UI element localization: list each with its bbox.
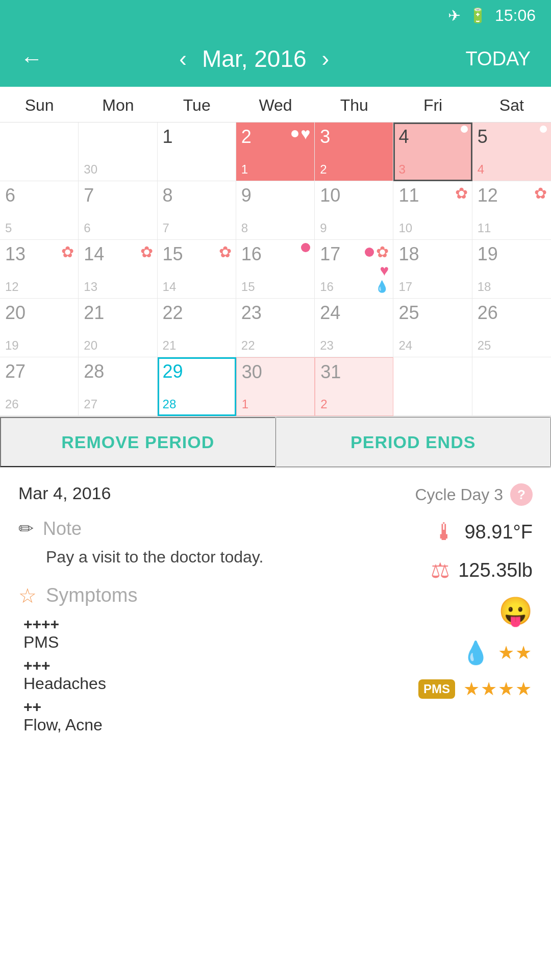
header-sat: Sat — [472, 87, 551, 122]
cal-cell-mar15[interactable]: ✿ 15 14 — [158, 240, 236, 299]
drop-rating-row: 💧 ★★ — [339, 640, 533, 666]
note-text: Pay a visit to the doctor today. — [46, 546, 323, 569]
weight-value: 125.35lb — [458, 559, 533, 581]
cal-cell-mar4[interactable]: 4 3 — [393, 122, 472, 181]
symptoms-star-icon: ☆ — [18, 584, 37, 607]
cal-cell-mar23[interactable]: 23 22 — [236, 299, 315, 357]
action-bar: REMOVE PERIOD PERIOD ENDS — [0, 417, 551, 468]
drop-stars: ★★ — [498, 642, 533, 664]
cal-cell-empty-2[interactable]: 30 — [79, 122, 157, 181]
cal-cell-empty-1[interactable] — [0, 122, 79, 181]
header-wed: Wed — [236, 87, 315, 122]
detail-header: Mar 4, 2016 Cycle Day 3 ? — [18, 483, 533, 506]
scale-icon: ⚖ — [431, 558, 450, 583]
header-mon: Mon — [79, 87, 157, 122]
detail-right-panel: 🌡 98.91°F ⚖ 125.35lb 😛 💧 ★★ PMS ★★★★ — [339, 518, 533, 740]
headaches-label: Headaches — [23, 674, 323, 693]
cal-cell-mar20[interactable]: 20 19 — [0, 299, 79, 357]
symptoms-label: Symptoms — [46, 584, 137, 606]
cal-cell-mar27[interactable]: 27 26 — [0, 357, 79, 416]
symptom-headaches: +++ Headaches — [23, 657, 323, 693]
cal-cell-mar10[interactable]: 10 9 — [315, 181, 393, 240]
cal-cell-mar26[interactable]: 26 25 — [472, 299, 551, 357]
detail-content: ✏ Note Pay a visit to the doctor today. … — [18, 518, 533, 740]
cal-cell-mar31[interactable]: 31 2 — [315, 357, 393, 416]
header-thu: Thu — [315, 87, 393, 122]
month-nav: ‹ Mar, 2016 › — [179, 45, 329, 72]
cal-cell-empty-6 — [393, 357, 472, 416]
flower-icon: ✿ — [140, 243, 153, 261]
status-time: 15:06 — [495, 6, 536, 25]
cycle-info: Cycle Day 3 ? — [415, 483, 533, 506]
cal-cell-mar13[interactable]: ✿ 13 12 — [0, 240, 79, 299]
dot-icon — [540, 126, 547, 133]
drop-icon: 💧 — [375, 280, 389, 293]
cal-cell-mar18[interactable]: 18 17 — [393, 240, 472, 299]
cal-cell-mar14[interactable]: ✿ 14 13 — [79, 240, 157, 299]
temperature-value: 98.91°F — [464, 521, 533, 543]
cal-cell-mar5[interactable]: 5 4 — [472, 122, 551, 181]
cal-cell-mar1[interactable]: 1 — [158, 122, 236, 181]
symptom-pms: ++++ PMS — [23, 616, 323, 652]
cal-cell-mar24[interactable]: 24 23 — [315, 299, 393, 357]
next-month-button[interactable]: › — [322, 46, 330, 71]
cal-cell-mar2[interactable]: ♥ 2 1 — [236, 122, 315, 181]
detail-section: Mar 4, 2016 Cycle Day 3 ? ✏ Note Pay a v… — [0, 468, 551, 755]
drop-info-icon: 💧 — [462, 640, 490, 666]
cal-cell-mar28[interactable]: 28 27 — [79, 357, 157, 416]
cycle-help-button[interactable]: ? — [510, 483, 533, 506]
cal-cell-mar17[interactable]: ✿ ♥ 💧 17 16 — [315, 240, 393, 299]
heart-icon: ♥ — [300, 126, 310, 142]
dot-icon — [291, 130, 298, 137]
back-button[interactable]: ← — [20, 46, 43, 71]
header-tue: Tue — [158, 87, 236, 122]
pencil-icon: ✏ — [18, 518, 34, 540]
emoji-row: 😛 — [339, 595, 533, 627]
dot-pink-icon — [301, 243, 310, 252]
flower-icon: ✿ — [534, 184, 547, 202]
battery-icon: 🔋 — [469, 7, 487, 24]
heart-pink-icon: ♥ — [380, 262, 389, 279]
cal-cell-mar30[interactable]: 30 1 — [236, 357, 315, 416]
cal-cell-mar25[interactable]: 25 24 — [393, 299, 472, 357]
status-bar: ✈ 🔋 15:06 — [0, 0, 551, 31]
flower-icon: ✿ — [219, 243, 232, 261]
prev-month-button[interactable]: ‹ — [179, 46, 187, 71]
calendar-grid: 30 1 ♥ 2 1 3 2 4 3 5 4 6 5 7 6 8 — [0, 122, 551, 417]
flower-icon: ✿ — [376, 243, 389, 261]
cycle-day-text: Cycle Day 3 — [415, 485, 504, 504]
pms-rating-row: PMS ★★★★ — [339, 678, 533, 700]
flower-icon: ✿ — [455, 184, 468, 202]
note-label: Note — [43, 518, 82, 540]
airplane-icon: ✈ — [448, 7, 461, 24]
cal-cell-mar9[interactable]: 9 8 — [236, 181, 315, 240]
cal-cell-mar21[interactable]: 21 20 — [79, 299, 157, 357]
cal-cell-mar19[interactable]: 19 18 — [472, 240, 551, 299]
cal-cell-mar11[interactable]: ✿ 11 10 — [393, 181, 472, 240]
temperature-row: 🌡 98.91°F — [339, 518, 533, 546]
cal-cell-mar29[interactable]: 29 28 — [158, 357, 236, 416]
header-fri: Fri — [393, 87, 472, 122]
remove-period-button[interactable]: REMOVE PERIOD — [0, 417, 276, 467]
cal-cell-mar8[interactable]: 8 7 — [158, 181, 236, 240]
period-ends-button[interactable]: PERIOD ENDS — [276, 417, 552, 467]
cal-cell-mar16[interactable]: 16 15 — [236, 240, 315, 299]
cal-cell-mar7[interactable]: 7 6 — [79, 181, 157, 240]
flower-icon: ✿ — [61, 243, 74, 261]
symptoms-section: ☆ Symptoms ++++ PMS +++ Headaches ++ Flo… — [18, 584, 323, 734]
app-header: ← ‹ Mar, 2016 › TODAY — [0, 31, 551, 87]
cal-cell-mar6[interactable]: 6 5 — [0, 181, 79, 240]
cal-cell-mar3[interactable]: 3 2 — [315, 122, 393, 181]
cal-cell-empty-7 — [472, 357, 551, 416]
cal-cell-mar12[interactable]: ✿ 12 11 — [472, 181, 551, 240]
detail-date: Mar 4, 2016 — [18, 483, 111, 503]
current-month: Mar, 2016 — [202, 45, 307, 72]
weight-row: ⚖ 125.35lb — [339, 558, 533, 583]
dot-icon — [461, 126, 468, 133]
today-button[interactable]: TODAY — [466, 48, 531, 70]
cal-cell-mar22[interactable]: 22 21 — [158, 299, 236, 357]
note-section: ✏ Note Pay a visit to the doctor today. — [18, 518, 323, 569]
header-sun: Sun — [0, 87, 79, 122]
mood-emoji: 😛 — [498, 595, 533, 627]
pms-stars: ★★★★ — [463, 678, 533, 700]
